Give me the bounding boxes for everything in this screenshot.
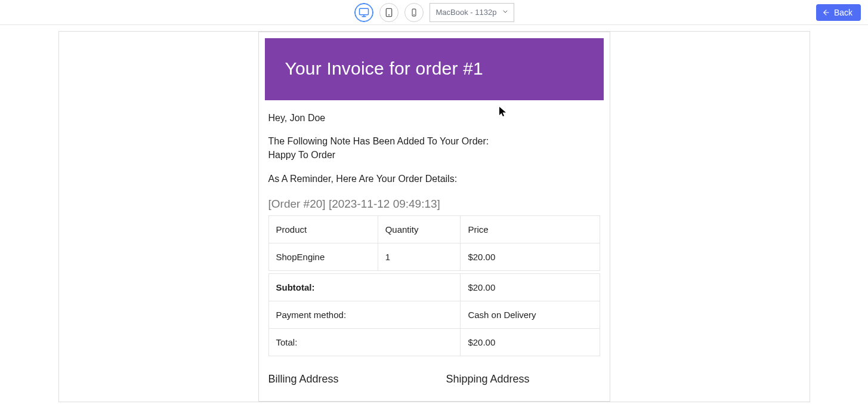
note-body: Happy To Order xyxy=(268,150,336,160)
summary-row-subtotal: Subtotal: $20.00 xyxy=(268,273,600,301)
col-price: Price xyxy=(461,215,600,243)
device-size-select[interactable]: MacBook - 1132p xyxy=(430,3,514,22)
device-mobile-button[interactable] xyxy=(404,3,424,22)
inner-frame: Your Invoice for order #1 Hey, Jon Doe T… xyxy=(258,32,610,402)
invoice-body: Hey, Jon Doe The Following Note Has Been… xyxy=(259,100,610,397)
note-block: The Following Note Has Been Added To You… xyxy=(268,134,600,162)
total-label: Total: xyxy=(268,328,461,356)
invoice-header: Your Invoice for order #1 xyxy=(265,38,604,100)
svg-rect-0 xyxy=(359,8,368,15)
note-intro: The Following Note Has Been Added To You… xyxy=(268,136,489,146)
total-value: $20.00 xyxy=(461,328,600,356)
desktop-icon xyxy=(359,7,369,18)
order-items-table: Product Quantity Price ShopEngine 1 $20.… xyxy=(268,215,600,271)
addresses: Billing Address Shipping Address xyxy=(268,373,600,391)
col-quantity: Quantity xyxy=(378,215,461,243)
device-switcher: MacBook - 1132p xyxy=(354,3,514,22)
payment-value: Cash on Delivery xyxy=(461,301,600,328)
device-tablet-button[interactable] xyxy=(379,3,399,22)
device-desktop-button[interactable] xyxy=(354,3,373,22)
table-header-row: Product Quantity Price xyxy=(268,215,600,243)
subtotal-label: Subtotal: xyxy=(268,273,461,301)
summary-row-payment: Payment method: Cash on Delivery xyxy=(268,301,600,328)
invoice-title: Your Invoice for order #1 xyxy=(285,58,586,79)
toolbar: MacBook - 1132p Back xyxy=(0,0,868,25)
shipping-address-col: Shipping Address xyxy=(446,373,600,391)
order-summary-table: Subtotal: $20.00 Payment method: Cash on… xyxy=(268,273,600,356)
back-button[interactable]: Back xyxy=(816,4,861,21)
table-row: ShopEngine 1 $20.00 xyxy=(268,243,600,270)
cell-price: $20.00 xyxy=(461,243,600,270)
outer-frame: Your Invoice for order #1 Hey, Jon Doe T… xyxy=(58,31,810,402)
mobile-icon xyxy=(410,8,418,17)
billing-address-title: Billing Address xyxy=(268,373,422,386)
chevron-down-icon xyxy=(502,8,509,17)
col-product: Product xyxy=(268,215,378,243)
cell-product: ShopEngine xyxy=(268,243,378,270)
svg-rect-3 xyxy=(386,8,391,16)
summary-row-total: Total: $20.00 xyxy=(268,328,600,356)
device-size-value: MacBook - 1132p xyxy=(436,8,497,17)
shipping-address-title: Shipping Address xyxy=(446,373,600,386)
greeting: Hey, Jon Doe xyxy=(268,111,600,125)
cell-quantity: 1 xyxy=(378,243,461,270)
preview-canvas: Your Invoice for order #1 Hey, Jon Doe T… xyxy=(0,25,868,402)
tablet-icon xyxy=(384,8,394,17)
order-meta: [Order #20] [2023-11-12 09:49:13] xyxy=(268,198,600,211)
billing-address-col: Billing Address xyxy=(268,373,422,391)
subtotal-value: $20.00 xyxy=(461,273,600,301)
reminder-text: As A Reminder, Here Are Your Order Detai… xyxy=(268,172,600,186)
payment-label: Payment method: xyxy=(268,301,461,328)
arrow-left-icon xyxy=(822,8,830,17)
back-button-label: Back xyxy=(834,8,852,17)
